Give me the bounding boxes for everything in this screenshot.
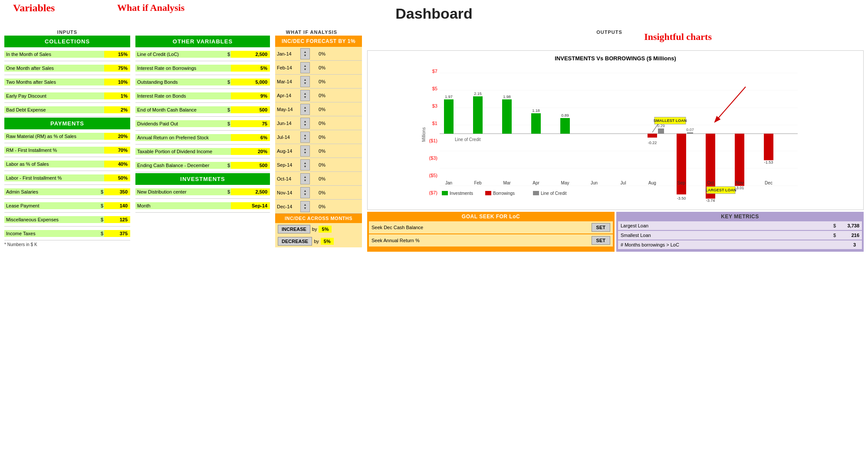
whatif-pct-9[interactable]: 0% xyxy=(310,161,327,168)
whatif-pct-10[interactable]: 0% xyxy=(310,175,327,182)
payment-row-6: Lease Payment $ 140 xyxy=(4,199,130,213)
whatif-pct-1[interactable]: 0% xyxy=(310,50,327,57)
whatif-spinner-11[interactable]: ▲ ▼ xyxy=(300,187,310,198)
inputs-section-label2 xyxy=(132,30,266,35)
whatif-pct-2[interactable]: 0% xyxy=(310,64,327,71)
svg-text:Feb: Feb xyxy=(474,181,482,185)
other-value-3[interactable]: 5,000 xyxy=(231,79,270,85)
goal-seek-header: GOAL SEEK FOR LoC xyxy=(369,214,613,220)
decrease-value[interactable]: 5% xyxy=(321,238,334,245)
svg-text:Jun: Jun xyxy=(591,181,598,185)
whatif-pct-12[interactable]: 0% xyxy=(310,203,327,210)
whatif-month-label-9: Sep-14 xyxy=(275,161,300,168)
payment-row-8: Income Taxes $ 375 xyxy=(4,227,130,240)
payment-value-4[interactable]: 50% xyxy=(104,174,130,181)
whatif-month-label-11: Nov-14 xyxy=(275,189,300,196)
other-label-6: Dividends Paid Out xyxy=(135,120,227,127)
collection-value-4[interactable]: 1% xyxy=(104,92,130,99)
svg-text:($7): ($7) xyxy=(429,190,437,195)
payment-label-8: Income Taxes xyxy=(4,230,100,237)
payment-value-2[interactable]: 70% xyxy=(104,147,130,154)
investment-value-1[interactable]: 2,500 xyxy=(231,188,270,195)
svg-text:0.07: 0.07 xyxy=(686,128,694,132)
other-value-7[interactable]: 6% xyxy=(231,134,270,141)
svg-text:1.98: 1.98 xyxy=(503,95,511,99)
other-row-4: Interest Rate on Bonds 9% xyxy=(135,89,270,103)
collection-row-4: Early Pay Discount 1% xyxy=(4,89,130,103)
other-value-8[interactable]: 20% xyxy=(231,148,270,155)
key-metrics-panel: KEY METRICS Largest Loan $ 3,738 Smalles… xyxy=(616,212,864,252)
goal-seek-set-2[interactable]: SET xyxy=(592,236,610,245)
payment-row-7: Miscellaneous Expenses $ 125 xyxy=(4,213,130,227)
other-row-5: End of Month Cash Balance $ 500 xyxy=(135,103,270,117)
payment-value-6[interactable]: 140 xyxy=(104,202,130,209)
svg-text:Investments: Investments xyxy=(450,191,473,196)
collection-value-1[interactable]: 15% xyxy=(104,51,130,58)
collection-label-2: One Month after Sales xyxy=(4,65,104,72)
whatif-spinner-12[interactable]: ▲ ▼ xyxy=(300,201,310,212)
svg-text:($3): ($3) xyxy=(429,155,437,161)
bar-aug-loc xyxy=(658,128,664,134)
svg-text:Aug: Aug xyxy=(648,181,656,185)
whatif-spinner-7[interactable]: ▲ ▼ xyxy=(300,131,310,143)
svg-text:LARGEST LOAN: LARGEST LOAN xyxy=(706,188,736,192)
key-metrics-header: KEY METRICS xyxy=(618,214,862,220)
whatif-spinner-1[interactable]: ▲ ▼ xyxy=(300,48,310,59)
svg-text:Line of Credit: Line of Credit xyxy=(541,191,567,196)
whatif-month-row-7: Jul-14 ▲ ▼ 0% xyxy=(275,130,362,144)
svg-text:2.15: 2.15 xyxy=(474,92,482,96)
whatif-spinner-4[interactable]: ▲ ▼ xyxy=(300,90,310,101)
goal-seek-row-2: Seek Annual Return % SET xyxy=(369,234,613,247)
collection-value-5[interactable]: 2% xyxy=(104,106,130,113)
other-value-4[interactable]: 9% xyxy=(231,92,270,99)
chart-title: INVESTMENTS Vs BORROWINGS ($ Millions) xyxy=(372,55,859,62)
other-value-6[interactable]: 75 xyxy=(231,120,270,127)
whatif-spinner-2[interactable]: ▲ ▼ xyxy=(300,62,310,73)
payment-value-1[interactable]: 20% xyxy=(104,133,130,140)
whatif-header: INC/DEC FORECAST BY 1% xyxy=(275,36,362,47)
whatif-spinner-5[interactable]: ▲ ▼ xyxy=(300,104,310,115)
goal-seek-set-1[interactable]: SET xyxy=(592,223,610,232)
payment-row-4: Labor - First Installment % 50% xyxy=(4,171,130,185)
other-label-3: Outstanding Bonds xyxy=(135,79,227,85)
whatif-spinner-8[interactable]: ▲ ▼ xyxy=(300,145,310,157)
whatif-spinner-3[interactable]: ▲ ▼ xyxy=(300,76,310,87)
other-value-9[interactable]: 500 xyxy=(231,162,270,169)
investment-value-2[interactable]: Sep-14 xyxy=(231,202,270,209)
whatif-pct-11[interactable]: 0% xyxy=(310,189,327,196)
collection-value-3[interactable]: 10% xyxy=(104,79,130,85)
whatif-spinner-10[interactable]: ▲ ▼ xyxy=(300,173,310,184)
whatif-pct-4[interactable]: 0% xyxy=(310,92,327,99)
other-value-1[interactable]: 2,500 xyxy=(231,51,270,58)
svg-line-31 xyxy=(652,124,658,132)
increase-value[interactable]: 5% xyxy=(319,226,332,233)
whatif-pct-3[interactable]: 0% xyxy=(310,78,327,85)
whatif-pct-8[interactable]: 0% xyxy=(310,148,327,154)
other-row-9: Ending Cash Balance - December $ 500 xyxy=(135,158,270,172)
decrease-button[interactable]: DECREASE xyxy=(278,237,312,246)
payment-value-7[interactable]: 125 xyxy=(104,216,130,223)
payment-value-3[interactable]: 40% xyxy=(104,161,130,168)
payment-value-5[interactable]: 350 xyxy=(104,188,130,195)
svg-text:Dec: Dec xyxy=(765,181,773,185)
whatif-month-row-3: Mar-14 ▲ ▼ 0% xyxy=(275,75,362,89)
whatif-spinner-6[interactable]: ▲ ▼ xyxy=(300,118,310,129)
payment-value-8[interactable]: 375 xyxy=(104,230,130,237)
other-label-1: Line of Credit (LoC) xyxy=(135,51,227,58)
whatif-spinner-9[interactable]: ▲ ▼ xyxy=(300,159,310,171)
whatif-pct-5[interactable]: 0% xyxy=(310,106,327,113)
other-value-2[interactable]: 5% xyxy=(231,65,270,72)
whatif-pct-6[interactable]: 0% xyxy=(310,120,327,127)
whatif-pct-7[interactable]: 0% xyxy=(310,134,327,141)
bar-sep-borrow xyxy=(677,134,686,194)
payment-row-1: Raw Material (RM) as % of Sales 20% xyxy=(4,129,130,143)
other-value-5[interactable]: 500 xyxy=(231,106,270,113)
other-variables-header: OTHER VARIABLES xyxy=(135,36,270,47)
bar-sep-loc xyxy=(687,132,693,134)
increase-button[interactable]: INCREASE xyxy=(278,225,310,233)
other-variables-panel: OTHER VARIABLES Line of Credit (LoC) $ 2… xyxy=(135,36,270,252)
collection-value-2[interactable]: 75% xyxy=(104,65,130,72)
collections-header: COLLECTIONS xyxy=(4,36,130,47)
investment-label-1: New Distribution center xyxy=(135,188,227,195)
svg-rect-49 xyxy=(485,191,491,195)
